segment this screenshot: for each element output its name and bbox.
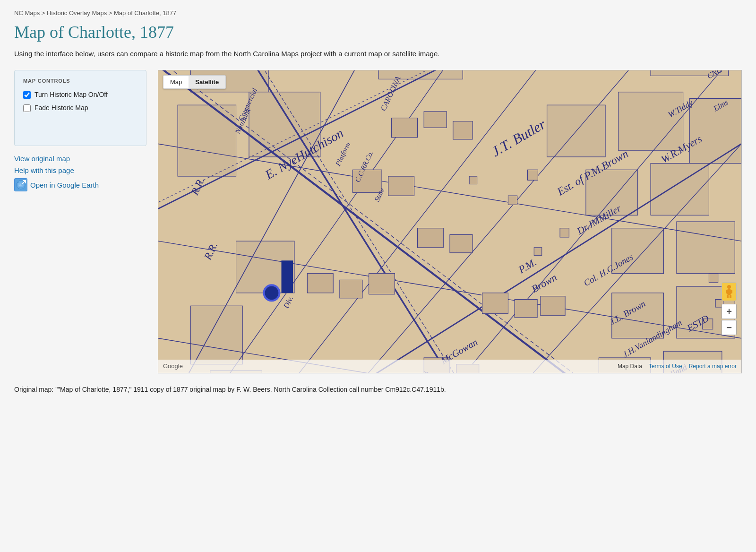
fade-historic-map-label: Fade Historic Map xyxy=(34,104,88,112)
svg-rect-59 xyxy=(469,176,477,184)
map-controls-title: MAP CONTROLS xyxy=(23,78,137,84)
svg-rect-57 xyxy=(528,170,538,180)
turn-historic-map-label: Turn Historic Map On/Off xyxy=(34,90,108,99)
google-earth-label: Open in Google Earth xyxy=(30,181,99,189)
svg-point-100 xyxy=(264,285,279,301)
google-logo: Google xyxy=(163,362,183,370)
map-type-satellite-btn[interactable]: Satellite xyxy=(189,76,225,88)
svg-rect-51 xyxy=(450,234,472,252)
zoom-out-button[interactable]: − xyxy=(722,320,737,335)
svg-rect-52 xyxy=(482,293,508,313)
breadcrumb-sep1: > xyxy=(42,9,47,17)
breadcrumb-sep2: > xyxy=(109,9,114,17)
svg-rect-10 xyxy=(178,105,236,176)
svg-point-102 xyxy=(727,285,731,289)
svg-rect-44 xyxy=(453,121,472,139)
svg-rect-54 xyxy=(541,296,565,315)
turn-historic-map-control[interactable]: Turn Historic Map On/Off xyxy=(23,90,137,99)
page-description: Using the interface below, users can com… xyxy=(14,49,468,60)
svg-rect-62 xyxy=(709,273,718,282)
svg-rect-106 xyxy=(726,290,728,293)
page-title: Map of Charlotte, 1877 xyxy=(14,22,742,42)
svg-rect-104 xyxy=(727,295,729,298)
svg-rect-18 xyxy=(677,222,735,274)
map-canvas: E. NyeHutchison J.T. Butler Est. of P.M.… xyxy=(158,70,741,373)
pegman-icon xyxy=(724,285,734,299)
turn-historic-map-checkbox[interactable] xyxy=(23,91,31,99)
pegman-button[interactable] xyxy=(722,282,737,301)
report-map-error-link[interactable]: Report a map error xyxy=(689,363,737,370)
map-container[interactable]: Map Satellite xyxy=(158,70,742,373)
svg-rect-50 xyxy=(417,228,443,247)
open-google-earth-link[interactable]: Open in Google Earth xyxy=(14,178,146,191)
map-controls-box: MAP CONTROLS Turn Historic Map On/Off Fa… xyxy=(14,70,146,147)
svg-rect-46 xyxy=(388,176,414,196)
svg-rect-105 xyxy=(730,295,731,298)
svg-rect-61 xyxy=(534,247,541,255)
map-footer: Google Map Data Terms of Use Report a ma… xyxy=(158,360,741,373)
svg-rect-107 xyxy=(730,290,732,293)
sidebar: MAP CONTROLS Turn Historic Map On/Off Fa… xyxy=(14,70,146,192)
svg-rect-103 xyxy=(727,289,731,295)
google-earth-icon xyxy=(14,178,27,191)
breadcrumb: NC Maps > Historic Overlay Maps > Map of… xyxy=(14,9,742,17)
svg-rect-42 xyxy=(392,118,418,137)
zoom-in-button[interactable]: + xyxy=(722,304,737,319)
map-svg: E. NyeHutchison J.T. Butler Est. of P.M.… xyxy=(158,70,741,373)
main-content: MAP CONTROLS Turn Historic Map On/Off Fa… xyxy=(14,70,742,373)
fade-historic-map-checkbox[interactable] xyxy=(23,104,31,112)
help-with-page-link[interactable]: Help with this page xyxy=(14,166,146,174)
breadcrumb-current: Map of Charlotte, 1877 xyxy=(114,9,176,17)
svg-rect-60 xyxy=(560,228,569,237)
map-type-buttons: Map Satellite xyxy=(163,75,226,89)
breadcrumb-nc-maps[interactable]: NC Maps xyxy=(14,9,40,17)
svg-rect-58 xyxy=(508,196,517,205)
breadcrumb-historic-overlay[interactable]: Historic Overlay Maps xyxy=(47,9,107,17)
svg-rect-47 xyxy=(307,273,333,293)
map-type-map-btn[interactable]: Map xyxy=(163,76,189,88)
svg-rect-13 xyxy=(618,92,683,150)
view-original-map-link[interactable]: View original map xyxy=(14,155,146,163)
map-data-text: Map Data xyxy=(618,363,642,370)
map-caption: Original map: ""Map of Charlotte, 1877,"… xyxy=(14,385,468,395)
svg-rect-49 xyxy=(369,273,395,294)
sidebar-links: View original map Help with this page xyxy=(14,155,146,191)
terms-of-use-link[interactable]: Terms of Use xyxy=(649,363,682,370)
svg-rect-53 xyxy=(515,299,537,317)
svg-rect-43 xyxy=(424,111,447,127)
map-right-controls: + − xyxy=(722,282,737,335)
svg-rect-101 xyxy=(282,260,293,293)
fade-historic-map-control[interactable]: Fade Historic Map xyxy=(23,104,137,112)
map-footer-links: Map Data Terms of Use Report a map error xyxy=(618,363,737,370)
svg-rect-48 xyxy=(340,280,362,298)
